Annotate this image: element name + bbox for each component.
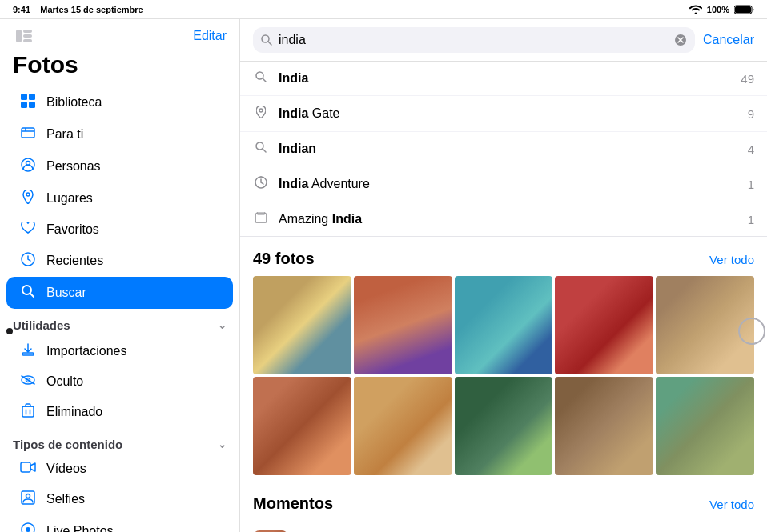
- clock-icon: [19, 252, 37, 270]
- photos-ver-todo-button[interactable]: Ver todo: [709, 253, 754, 266]
- tipos-nav: Vídeos Selfies: [0, 454, 239, 532]
- sidebar-toggle-button[interactable]: [13, 27, 35, 45]
- search-suggestion-icon: [253, 142, 269, 156]
- photo-cell[interactable]: [354, 377, 452, 475]
- search-bar-container: Cancelar: [240, 19, 767, 62]
- suggestion-count: 1: [748, 178, 754, 191]
- sidebar-item-label: Personas: [46, 159, 101, 174]
- wifi-icon: [689, 5, 702, 14]
- svg-rect-1: [735, 6, 751, 13]
- suggestion-india-gate[interactable]: India Gate 9: [240, 96, 767, 132]
- sidebar-item-recientes[interactable]: Recientes: [6, 245, 233, 277]
- sidebar-main-nav: Biblioteca Para ti: [0, 86, 239, 309]
- tipos-label: Tipos de contenido: [13, 438, 122, 451]
- right-content: Cancelar India 49: [240, 19, 767, 532]
- utilidades-chevron-icon: ⌄: [218, 319, 227, 331]
- suggestion-count: 4: [748, 142, 754, 156]
- sidebar-item-label: Lugares: [46, 191, 93, 206]
- sidebar-item-buscar[interactable]: Buscar: [6, 277, 233, 309]
- suggestion-india-all[interactable]: India 49: [240, 62, 767, 96]
- sidebar-item-lugares[interactable]: Lugares: [6, 182, 233, 214]
- photo-cell[interactable]: [555, 377, 653, 475]
- status-time: 9:41: [13, 5, 30, 14]
- sidebar-item-label: Favoritos: [46, 222, 99, 237]
- moment-item-candolim[interactable]: Candolim 13 May 2019 6 ›: [253, 521, 754, 532]
- person-circle-icon: [19, 158, 37, 175]
- album-suggestion-icon: [253, 212, 269, 226]
- svg-line-18: [30, 294, 34, 298]
- sidebar-item-live-photos[interactable]: Live Photos: [6, 515, 233, 532]
- status-right: 100%: [689, 5, 754, 14]
- sidebar-item-label: Vídeos: [46, 462, 86, 476]
- svg-line-38: [263, 78, 266, 82]
- photo-cell[interactable]: [253, 276, 351, 374]
- suggestion-text: India Gate: [279, 106, 738, 121]
- sidebar-item-favoritos[interactable]: Favoritos: [6, 214, 233, 245]
- svg-rect-4: [23, 34, 32, 38]
- photo-grid: [253, 276, 754, 475]
- sidebar-item-label: Eliminado: [46, 405, 102, 419]
- status-time-date: 9:41 Martes 15 de septiembre: [13, 5, 143, 14]
- moments-ver-todo-button[interactable]: Ver todo: [709, 498, 754, 511]
- suggestion-india-adventure[interactable]: India Adventure 1: [240, 166, 767, 202]
- sidebar-item-personas[interactable]: Personas: [6, 150, 233, 182]
- search-input[interactable]: [279, 33, 668, 47]
- svg-rect-8: [21, 102, 27, 108]
- sidebar: Editar Fotos Biblioteca: [0, 19, 240, 532]
- heart-icon: [19, 222, 37, 238]
- circle-dot-icon: [19, 522, 37, 532]
- svg-rect-3: [23, 30, 32, 33]
- battery-text: 100%: [707, 5, 729, 14]
- sidebar-item-importaciones[interactable]: Importaciones: [6, 335, 233, 367]
- sidebar-header: Editar: [0, 19, 239, 48]
- search-bar: [253, 27, 695, 53]
- suggestion-count: 49: [741, 72, 754, 86]
- search-clear-button[interactable]: [674, 34, 687, 46]
- svg-rect-9: [29, 102, 35, 108]
- video-icon: [19, 462, 37, 476]
- suggestion-count: 9: [748, 107, 754, 121]
- search-suggestions: India 49 India Gate 9: [240, 62, 767, 237]
- svg-rect-5: [23, 39, 32, 42]
- suggestion-indian[interactable]: Indian 4: [240, 132, 767, 166]
- status-date: Martes 15 de septiembre: [40, 5, 143, 14]
- photo-cell[interactable]: [555, 276, 653, 374]
- utilidades-label: Utilidades: [13, 318, 70, 332]
- grid-icon: [19, 94, 37, 111]
- sidebar-item-videos[interactable]: Vídeos: [6, 454, 233, 483]
- person-square-icon: [19, 490, 37, 508]
- side-dot-indicator: [6, 328, 13, 334]
- sidebar-item-label: Selfies: [46, 492, 85, 506]
- photo-cell[interactable]: [455, 276, 553, 374]
- search-suggestion-icon: [253, 71, 269, 86]
- photo-cell[interactable]: [253, 377, 351, 475]
- home-button[interactable]: [738, 318, 765, 345]
- sidebar-item-label: Recientes: [46, 254, 103, 268]
- sidebar-item-label: Oculto: [46, 374, 83, 389]
- photo-cell[interactable]: [656, 377, 754, 475]
- sidebar-item-selfies[interactable]: Selfies: [6, 483, 233, 515]
- svg-rect-19: [22, 353, 34, 355]
- photo-cell[interactable]: [455, 377, 553, 475]
- photos-section-header: 49 fotos Ver todo: [253, 250, 754, 268]
- sidebar-edit-button[interactable]: Editar: [193, 29, 227, 43]
- svg-rect-10: [22, 128, 34, 138]
- suggestion-text: Amazing India: [279, 212, 738, 226]
- trash-icon: [19, 403, 37, 421]
- photo-cell[interactable]: [354, 276, 452, 374]
- moments-section-header: Momentos Ver todo: [253, 494, 754, 513]
- suggestion-amazing-india[interactable]: Amazing India 1: [240, 202, 767, 236]
- sidebar-item-para-ti[interactable]: Para ti: [6, 118, 233, 150]
- sidebar-item-label: Biblioteca: [46, 95, 102, 110]
- sidebar-item-oculto[interactable]: Oculto: [6, 367, 233, 396]
- status-bar: 9:41 Martes 15 de septiembre 100%: [0, 0, 767, 19]
- search-cancel-button[interactable]: Cancelar: [703, 33, 754, 47]
- svg-rect-27: [21, 462, 30, 472]
- sidebar-item-biblioteca[interactable]: Biblioteca: [6, 86, 233, 118]
- sidebar-item-label: Importaciones: [46, 344, 127, 358]
- suggestion-text: India Adventure: [279, 177, 738, 191]
- svg-point-31: [26, 527, 30, 532]
- star-circle-icon: [19, 126, 37, 143]
- sidebar-item-eliminado[interactable]: Eliminado: [6, 396, 233, 428]
- arrow-down-icon: [19, 342, 37, 360]
